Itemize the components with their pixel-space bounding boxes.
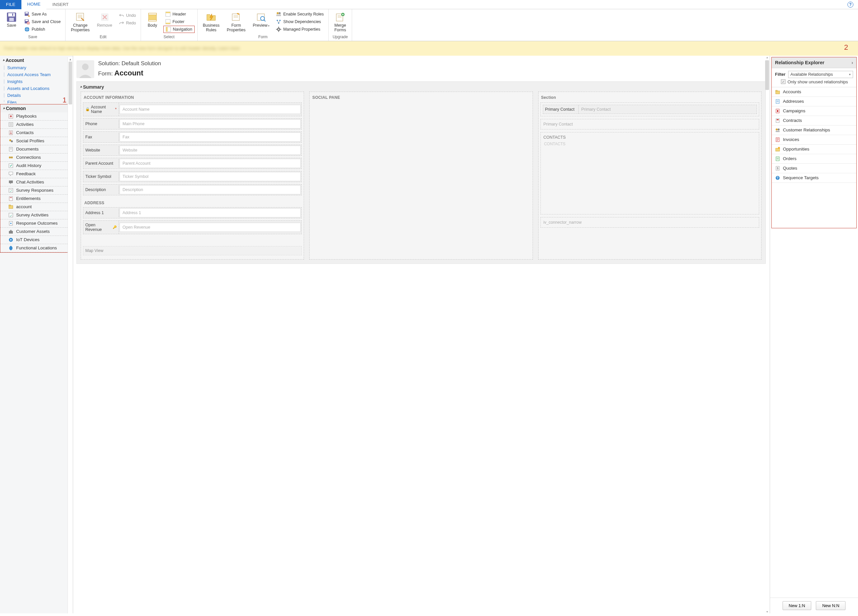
nav-item-contacts[interactable]: Contacts (0, 129, 73, 137)
nav-item-functional-locations[interactable]: Functional Locations (0, 244, 73, 252)
summary-header[interactable]: Summary (77, 82, 765, 92)
tab-insert[interactable]: INSERT (47, 0, 75, 9)
nav-item-playbooks[interactable]: Playbooks (0, 112, 73, 121)
rel-item-orders[interactable]: Orders (772, 154, 856, 164)
save-close-button[interactable]: Save and Close (22, 18, 62, 25)
checkbox-icon[interactable]: ✓ (781, 79, 785, 84)
field-description[interactable]: DescriptionDescription (83, 184, 302, 195)
tab-file[interactable]: FILE (0, 0, 22, 9)
website-input[interactable]: Website (120, 146, 301, 155)
column-social-pane[interactable]: SOCIAL PANE (309, 92, 533, 260)
address1-input[interactable]: Address 1 (120, 208, 301, 218)
field-primary-contact[interactable]: Primary Contact Primary Contact (543, 105, 757, 114)
nav-item-audit-history[interactable]: Audit History (0, 162, 73, 170)
remove-button[interactable]: Remove (94, 11, 115, 29)
save-button[interactable]: Save (3, 11, 20, 29)
scroll-up-icon[interactable]: ▴ (765, 56, 770, 59)
nav-item-activities[interactable]: Activities (0, 121, 73, 129)
preview-button[interactable]: Preview (250, 11, 272, 29)
field-phone[interactable]: PhoneMain Phone (83, 118, 302, 129)
footer-button[interactable]: Footer (163, 18, 195, 25)
desc-input[interactable]: Description (120, 185, 301, 194)
rel-item-opportunities[interactable]: Opportunities (772, 145, 856, 154)
form-properties-button[interactable]: Form Properties (224, 11, 248, 34)
nav-item-entitlements[interactable]: Entitlements (0, 195, 73, 203)
primary-contact-section-2[interactable]: Primary Contact (541, 119, 759, 129)
managed-properties-button[interactable]: Managed Properties (274, 26, 326, 33)
field-account-name[interactable]: 🔒Account Name* Account Name (83, 103, 302, 116)
rel-item-contracts[interactable]: Contracts (772, 116, 856, 126)
contacts-section[interactable]: CONTACTS CONTACTS (541, 132, 759, 215)
canvas-scrollbar[interactable]: ▴ ▾ (765, 56, 770, 613)
scroll-down-icon[interactable]: ▾ (765, 610, 770, 613)
nav-details[interactable]: Details (0, 92, 73, 99)
summary-section[interactable]: Summary ACCOUNT INFORMATION 🔒Account Nam… (76, 81, 766, 264)
field-open-revenue[interactable]: Open Revenue🔑Open Revenue (83, 220, 302, 234)
nav-item-account[interactable]: account (0, 203, 73, 211)
nav-item-chat-activities[interactable]: Chat Activities (0, 178, 73, 187)
rel-item-quotes[interactable]: $Quotes (772, 164, 856, 173)
nav-account-access-team[interactable]: Account Access Team (0, 71, 73, 78)
column-account-info[interactable]: ACCOUNT INFORMATION 🔒Account Name* Accou… (81, 92, 304, 260)
relationship-explorer-header[interactable]: Relationship Explorer › (772, 57, 856, 68)
phone-input[interactable]: Main Phone (120, 119, 301, 129)
change-properties-button[interactable]: Change Properties (68, 11, 92, 34)
header-button[interactable]: Header (163, 11, 195, 18)
ticker-input[interactable]: Ticker Symbol (120, 172, 301, 181)
tab-home[interactable]: HOME (22, 0, 47, 9)
rel-item-sequence-targets[interactable]: Sequence Targets (772, 173, 856, 183)
field-ticker[interactable]: Ticker SymbolTicker Symbol (83, 171, 302, 182)
nav-item-response-outcomes[interactable]: Response Outcomes (0, 219, 73, 228)
chevron-right-icon[interactable]: › (852, 60, 853, 65)
rel-item-customer-relationships[interactable]: Customer Relationships (772, 126, 856, 135)
new-1n-button[interactable]: New 1:N (783, 601, 811, 610)
help-icon[interactable]: ? (847, 2, 853, 8)
save-as-button[interactable]: Save As (22, 11, 62, 18)
fax-input[interactable]: Fax (120, 132, 301, 142)
merge-forms-button[interactable]: Merge Forms (331, 11, 349, 34)
nav-item-connections[interactable]: Connections (0, 154, 73, 162)
redo-button[interactable]: Redo (117, 19, 138, 27)
nav-item-survey-responses[interactable]: Survey Responses (0, 187, 73, 195)
field-fax[interactable]: FaxFax (83, 131, 302, 143)
field-parent-account[interactable]: Parent AccountParent Account (83, 158, 302, 169)
iv-connector-section[interactable]: iv_connector_narrow (541, 217, 759, 228)
primary-contact-input[interactable]: Primary Contact (579, 105, 757, 114)
left-scrollbar[interactable]: ▴ (67, 57, 73, 613)
nav-item-customer-assets[interactable]: Customer Assets (0, 228, 73, 236)
scroll-thumb[interactable] (68, 62, 72, 104)
rel-item-addresses[interactable]: Addresses (772, 97, 856, 106)
nav-item-documents[interactable]: Documents (0, 145, 73, 154)
tree-account-header[interactable]: Account (0, 56, 73, 64)
field-map-view[interactable]: Map View (83, 246, 302, 255)
undo-button[interactable]: Undo (117, 12, 138, 19)
enable-security-button[interactable]: Enable Security Roles (274, 11, 326, 18)
filter-select[interactable]: Available Relationships▾ (788, 71, 853, 78)
nav-summary[interactable]: Summary (0, 64, 73, 71)
publish-button[interactable]: Publish (22, 26, 62, 33)
nav-files[interactable]: Files (0, 99, 73, 103)
only-unused-checkbox-row[interactable]: ✓ Only show unused relationships (772, 79, 856, 87)
tree-common-header[interactable]: Common (0, 104, 73, 112)
nav-item-feedback[interactable]: Feedback (0, 170, 73, 178)
new-nn-button[interactable]: New N:N (816, 601, 846, 610)
nav-item-social-profiles[interactable]: Social Profiles (0, 137, 73, 145)
scroll-up-icon[interactable]: ▴ (68, 57, 73, 61)
rel-item-campaigns[interactable]: Campaigns (772, 106, 856, 116)
nav-assets-locations[interactable]: Assets and Locations (0, 85, 73, 92)
nav-insights[interactable]: Insights (0, 78, 73, 85)
account-name-input[interactable]: Account Name (120, 105, 301, 114)
column-section[interactable]: Section Primary Contact Primary Contact … (538, 92, 762, 260)
parent-input[interactable]: Parent Account (120, 159, 301, 168)
nav-item-survey-activities[interactable]: Survey Activities (0, 211, 73, 219)
field-website[interactable]: WebsiteWebsite (83, 145, 302, 156)
body-button[interactable]: Body (144, 11, 162, 29)
show-dependencies-button[interactable]: Show Dependencies (274, 18, 326, 25)
field-address1[interactable]: Address 1Address 1 (83, 207, 302, 218)
rel-item-accounts[interactable]: Accounts (772, 87, 856, 97)
primary-contact-section[interactable]: Primary Contact Primary Contact (541, 103, 759, 116)
navigation-button[interactable]: Navigation (163, 26, 195, 33)
nav-item-iot-devices[interactable]: IoT Devices (0, 236, 73, 244)
business-rules-button[interactable]: Business Rules (200, 11, 222, 34)
rel-item-invoices[interactable]: Invoices (772, 135, 856, 145)
